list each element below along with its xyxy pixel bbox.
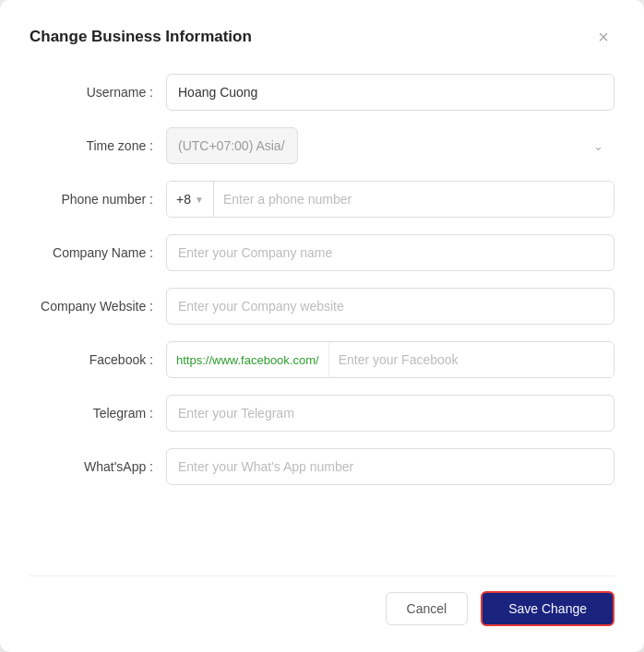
telegram-row: Telegram : <box>30 395 614 432</box>
phone-wrapper: +8 ▼ <box>166 181 614 218</box>
modal-title: Change Business Information <box>30 28 252 46</box>
company-name-label: Company Name : <box>30 245 166 260</box>
change-business-modal: Change Business Information × Username :… <box>0 0 644 652</box>
cancel-button[interactable]: Cancel <box>386 592 469 625</box>
phone-prefix[interactable]: +8 ▼ <box>167 182 214 217</box>
facebook-input[interactable] <box>329 342 614 377</box>
facebook-prefix-text: https://www.facebook.com/ <box>167 342 329 377</box>
close-button[interactable]: × <box>592 26 614 48</box>
company-name-input[interactable] <box>166 234 614 271</box>
whatsapp-input[interactable] <box>166 448 614 485</box>
timezone-label: Time zone : <box>30 138 166 153</box>
phone-label: Phone number : <box>30 192 166 207</box>
timezone-select-wrapper: (UTC+07:00) Asia/ ⌄ <box>166 127 614 164</box>
chevron-down-icon: ⌄ <box>593 139 603 153</box>
facebook-label: Facebook : <box>30 352 166 367</box>
company-website-input[interactable] <box>166 288 614 325</box>
phone-dropdown-arrow: ▼ <box>195 195 204 205</box>
timezone-select[interactable]: (UTC+07:00) Asia/ <box>166 127 298 164</box>
telegram-label: Telegram : <box>30 406 166 421</box>
whatsapp-row: What'sApp : <box>30 448 614 485</box>
facebook-wrapper: https://www.facebook.com/ <box>166 341 614 378</box>
telegram-input[interactable] <box>166 395 614 432</box>
save-change-button[interactable]: Save Change <box>481 591 614 626</box>
company-website-row: Company Website : <box>30 288 614 325</box>
phone-row: Phone number : +8 ▼ <box>30 181 614 218</box>
username-row: Username : <box>30 74 614 111</box>
phone-input[interactable] <box>214 182 614 217</box>
modal-footer: Cancel Save Change <box>30 575 614 626</box>
company-name-row: Company Name : <box>30 234 614 271</box>
form-body: Username : Time zone : (UTC+07:00) Asia/… <box>30 74 614 550</box>
company-website-label: Company Website : <box>30 299 166 314</box>
modal-header: Change Business Information × <box>30 26 614 48</box>
facebook-row: Facebook : https://www.facebook.com/ <box>30 341 614 378</box>
timezone-row: Time zone : (UTC+07:00) Asia/ ⌄ <box>30 127 614 164</box>
username-input[interactable] <box>166 74 614 111</box>
phone-prefix-text: +8 <box>176 192 191 207</box>
username-label: Username : <box>30 85 166 100</box>
whatsapp-label: What'sApp : <box>30 459 166 474</box>
